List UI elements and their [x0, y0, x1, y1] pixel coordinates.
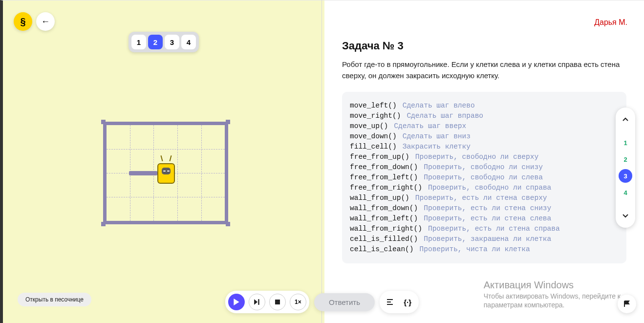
wall-segment — [129, 171, 157, 175]
field-corner — [226, 120, 230, 124]
command-row: move_right()Сделать шаг вправо — [350, 111, 619, 121]
code-braces-button[interactable]: {·} — [399, 294, 416, 310]
command-comment: Проверить, есть ли стена сверху — [415, 194, 547, 202]
command-comment: Проверить, есть ли стена снизу — [424, 204, 551, 212]
back-arrow-icon: ← — [41, 17, 50, 27]
field-corner — [101, 222, 106, 226]
mini-nav-item-2[interactable]: 2 — [619, 152, 632, 166]
speed-button[interactable]: 1× — [290, 294, 306, 310]
mini-nav-item-1[interactable]: 1 — [619, 136, 632, 150]
logo-button[interactable]: § — [14, 12, 32, 31]
svg-rect-1 — [387, 299, 393, 300]
command-comment: Сделать шаг вправо — [407, 112, 483, 120]
report-flag-button[interactable] — [618, 295, 636, 313]
step-tab-1[interactable]: 1 — [131, 35, 146, 49]
command-fn: wall_from_right() — [350, 225, 422, 233]
command-row: cell_is_filled()Проверить, закрашена ли … — [350, 234, 619, 244]
logo-icon: § — [20, 16, 25, 27]
command-row: free_from_right()Проверить, свободно ли … — [350, 183, 619, 193]
bottom-controls: 1× Ответить {·} — [225, 291, 419, 313]
open-sandbox-button[interactable]: Открыть в песочнице — [18, 293, 91, 306]
command-fn: move_right() — [350, 112, 401, 120]
command-row: free_from_left()Проверить, свободно ли с… — [350, 172, 619, 183]
mini-nav-label: 4 — [623, 189, 627, 196]
mini-nav-label: 1 — [623, 139, 627, 147]
mini-nav-down[interactable] — [619, 209, 632, 223]
commands-panel: move_left()Сделать шаг влево move_right(… — [342, 92, 626, 263]
command-fn: wall_from_left() — [350, 215, 418, 222]
play-button[interactable] — [228, 294, 245, 310]
step-forward-icon — [254, 299, 260, 305]
speed-label: 1× — [295, 299, 301, 305]
command-fn: free_from_down() — [350, 163, 418, 171]
command-comment: Сделать шаг влево — [403, 102, 475, 109]
command-fn: cell_is_clean() — [350, 245, 414, 253]
task-content: Задача № 3 Робот где-то в прямоугольнике… — [342, 40, 626, 263]
grid-line — [107, 197, 225, 197]
command-fn: free_from_right() — [350, 184, 422, 192]
robot-field — [103, 122, 228, 224]
step-label: 3 — [170, 38, 174, 46]
field-cells — [107, 125, 225, 221]
svg-rect-2 — [387, 301, 391, 302]
align-left-icon — [387, 299, 395, 305]
step-label: 4 — [187, 38, 191, 46]
svg-rect-3 — [387, 304, 393, 305]
back-button[interactable]: ← — [36, 12, 55, 31]
pane-divider[interactable] — [322, 0, 322, 323]
task-mini-nav: 1 2 3 4 — [616, 108, 635, 228]
command-row: wall_from_left()Проверить, есть ли стена… — [350, 214, 619, 224]
field-corner — [226, 222, 230, 226]
format-button[interactable] — [383, 294, 399, 310]
play-icon — [233, 299, 240, 305]
command-fn: cell_is_filled() — [350, 235, 418, 243]
top-left-buttons: § ← — [14, 12, 55, 31]
user-name[interactable]: Дарья М. — [594, 18, 627, 27]
mini-nav-item-4[interactable]: 4 — [619, 186, 632, 199]
step-tab-3[interactable]: 3 — [165, 35, 179, 49]
step-label: 1 — [137, 38, 141, 46]
braces-icon: {·} — [404, 298, 411, 306]
command-fn: move_up() — [350, 122, 388, 130]
step-forward-button[interactable] — [249, 294, 265, 310]
grid-line — [201, 125, 202, 221]
step-tab-4[interactable]: 4 — [181, 35, 196, 49]
chevron-down-icon — [623, 214, 628, 218]
svg-rect-0 — [258, 299, 259, 305]
command-row: wall_from_up()Проверить, есть ли стена с… — [350, 193, 619, 203]
command-row: free_from_down()Проверить, свободно ли с… — [350, 162, 619, 172]
command-fn: free_from_up() — [350, 153, 409, 161]
robot-antenna — [160, 155, 163, 161]
command-comment: Проверить, чиста ли клетка — [420, 245, 530, 253]
robot-face — [162, 168, 171, 174]
mini-nav-up[interactable] — [619, 112, 632, 126]
command-comment: Закрасить клетку — [403, 143, 471, 151]
command-comment: Проверить, есть ли стена слева — [424, 215, 551, 222]
flag-icon — [623, 301, 630, 307]
answer-button[interactable]: Ответить — [314, 293, 375, 311]
robot-eye — [167, 171, 170, 172]
app-root: § ← 1 2 3 4 — [0, 0, 644, 323]
field-corner — [101, 120, 106, 124]
task-description: Робот где-то в прямоугольнике. Если у кл… — [342, 59, 626, 81]
robot — [156, 160, 176, 185]
command-row: wall_from_down()Проверить, есть ли стена… — [350, 203, 619, 214]
command-comment: Сделать шаг вверх — [394, 122, 466, 130]
mini-nav-label: 3 — [623, 172, 627, 180]
command-row: free_from_up()Проверить, свободно ли све… — [350, 152, 619, 162]
task-title: Задача № 3 — [342, 40, 626, 52]
command-row: cell_is_clean()Проверить, чиста ли клетк… — [350, 244, 619, 255]
step-label: 2 — [153, 38, 157, 46]
command-row: fill_cell()Закрасить клетку — [350, 142, 619, 152]
command-row: wall_from_right()Проверить, есть ли стен… — [350, 224, 619, 234]
command-fn: wall_from_down() — [350, 204, 418, 212]
step-tab-2[interactable]: 2 — [148, 35, 163, 49]
command-comment: Проверить, свободно ли сверху — [415, 153, 538, 161]
mini-nav-item-3[interactable]: 3 — [619, 169, 632, 183]
chevron-up-icon — [623, 117, 628, 121]
command-fn: fill_cell() — [350, 143, 397, 151]
right-pane: Дарья М. Задача № 3 Робот где-то в прямо… — [324, 0, 644, 323]
command-comment: Проверить, свободно ли снизу — [424, 163, 543, 171]
command-fn: move_down() — [350, 132, 397, 140]
stop-button[interactable] — [269, 294, 286, 310]
